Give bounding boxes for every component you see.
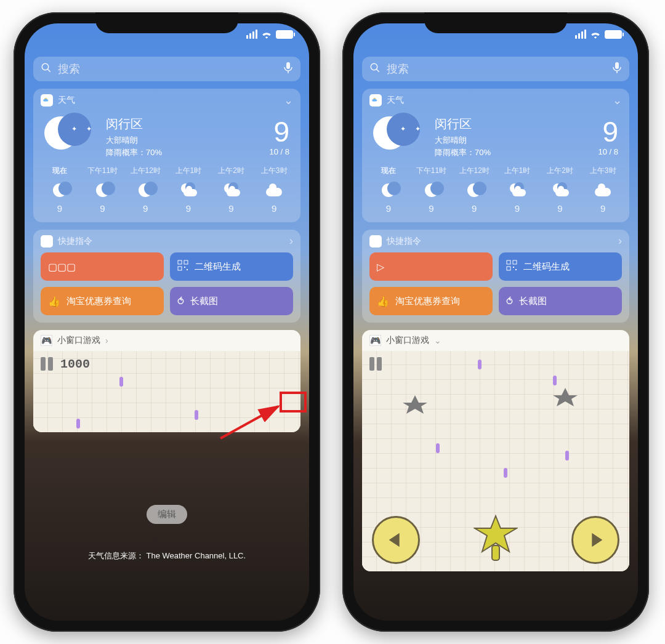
chevron-right-icon[interactable]: › (289, 235, 293, 248)
shortcut-icon: ▷ (377, 261, 384, 273)
phone-right: 搜索 天气 ⌄ ✦ ✦ (342, 12, 649, 632)
svg-line-10 (220, 406, 278, 438)
hour-label: 现在 (367, 166, 410, 176)
weather-current-icon: ✦ ✦ (44, 116, 87, 158)
weather-app-icon (369, 94, 382, 107)
shortcut-icon: 👍 (377, 296, 389, 307)
phone-left: 搜索 天气 ⌄ ✦ ✦ (14, 12, 320, 632)
weather-range: 10 / 8 (269, 147, 289, 156)
screen-right: 搜索 天气 ⌄ ✦ ✦ (353, 23, 638, 621)
shortcuts-grid: ▢▢▢ 二维码生成 👍 淘宝优惠券查询 ⥀ 长截图 (33, 252, 300, 323)
weather-summary: ✦ ✦ 闵行区 大部晴朗 降雨概率：70% 9 10 / 8 (33, 112, 300, 163)
game-header: 🎮 小窗口游戏 ⌄ (362, 330, 629, 351)
hour-column: 上午3时 9 (581, 166, 624, 214)
search-bar[interactable]: 搜索 (33, 57, 300, 81)
game-right-button[interactable] (571, 516, 619, 564)
edit-button[interactable]: 编辑 (147, 505, 187, 524)
game-widget-expanded[interactable]: 🎮 小窗口游戏 ⌄ (362, 330, 629, 571)
game-header: 🎮 小窗口游戏 › (33, 330, 300, 351)
svg-point-11 (371, 63, 377, 70)
hour-temp: 9 (367, 203, 410, 214)
annotation-arrow (217, 401, 284, 445)
svg-rect-16 (507, 260, 510, 264)
hour-column: 下午11时 9 (81, 166, 124, 214)
hour-label: 上午12时 (453, 166, 496, 176)
weather-hourly[interactable]: 现在 9 下午11时 9 上午12时 9 上午1时 9 上午2时 9 上午3时 … (362, 163, 629, 222)
hour-label: 下午11时 (81, 166, 124, 176)
shortcut-button[interactable]: 二维码生成 (499, 252, 622, 281)
hour-column: 上午1时 9 (167, 166, 210, 214)
shortcut-label: 二维码生成 (523, 261, 570, 273)
svg-rect-5 (178, 260, 182, 264)
svg-rect-6 (184, 260, 188, 264)
shortcut-icon: ⥀ (177, 296, 184, 307)
weather-title: 天气 (387, 95, 404, 106)
shortcut-icon: ▢▢▢ (48, 261, 76, 273)
weather-temp: 9 (269, 118, 289, 146)
hour-temp: 9 (496, 203, 539, 214)
shortcut-button[interactable]: ▷ (369, 252, 493, 281)
chevron-right-icon[interactable]: › (618, 235, 622, 248)
pause-icon[interactable] (369, 357, 382, 371)
hour-label: 上午12时 (124, 166, 167, 176)
hour-label: 现在 (38, 166, 81, 176)
weather-hourly[interactable]: 现在 9 下午11时 9 上午12时 9 上午1时 9 上午2时 9 上午3时 … (33, 163, 300, 222)
shortcut-button[interactable]: ⥀ 长截图 (499, 287, 622, 315)
game-canvas[interactable] (362, 351, 629, 571)
hour-weather-icon (453, 182, 496, 198)
player-plane[interactable] (474, 515, 518, 563)
weather-title: 天气 (58, 95, 75, 106)
weather-widget[interactable]: 天气 ⌄ ✦ ✦ 闵行区 大部晴朗 降雨概率：70% 9 (362, 89, 629, 222)
game-title: 小窗口游戏 (57, 335, 100, 346)
game-left-button[interactable] (372, 516, 420, 564)
shortcut-label: 淘宝优惠券查询 (395, 296, 460, 307)
shortcut-icon (177, 260, 188, 273)
hour-weather-icon (539, 182, 582, 198)
hour-label: 上午2时 (210, 166, 253, 176)
search-icon (41, 62, 52, 76)
shortcut-icon: ⥀ (506, 296, 513, 307)
weather-temp: 9 (598, 118, 618, 146)
chevron-down-icon[interactable]: ⌄ (613, 94, 622, 107)
shortcuts-header: 快捷指令 › (362, 230, 629, 252)
hour-column: 上午12时 9 (124, 166, 167, 214)
shortcut-icon (506, 260, 517, 273)
svg-rect-19 (513, 267, 514, 268)
shortcut-button[interactable]: 👍 淘宝优惠券查询 (369, 287, 493, 315)
hour-temp: 9 (38, 203, 81, 214)
hour-column: 现在 9 (367, 166, 410, 214)
chevron-down-icon[interactable]: ⌄ (434, 336, 441, 345)
svg-line-12 (376, 69, 379, 72)
hour-temp: 9 (124, 203, 167, 214)
mic-icon[interactable] (283, 62, 293, 77)
search-icon (369, 62, 381, 76)
shortcuts-widget[interactable]: 快捷指令 › ▷ 二维码生成 👍 淘宝优惠券查询 ⥀ 长截图 (362, 230, 629, 323)
hour-column: 下午11时 9 (410, 166, 453, 214)
shortcut-button[interactable]: ⥀ 长截图 (170, 287, 293, 315)
shortcut-button[interactable]: ▢▢▢ (41, 252, 164, 281)
chevron-down-icon[interactable]: ⌄ (284, 94, 293, 107)
shortcut-button[interactable]: 二维码生成 (170, 252, 293, 281)
shortcuts-widget[interactable]: 快捷指令 › ▢▢▢ 二维码生成 👍 淘宝优惠券查询 ⥀ 长截图 (33, 230, 300, 323)
hour-weather-icon (210, 182, 253, 198)
hour-temp: 9 (410, 203, 453, 214)
shortcut-label: 长截图 (190, 296, 218, 307)
weather-rain: 降雨概率：70% (435, 147, 491, 158)
hour-temp: 9 (167, 203, 210, 214)
search-placeholder: 搜索 (58, 62, 277, 76)
mic-icon[interactable] (612, 62, 622, 77)
svg-rect-9 (187, 269, 188, 270)
pause-icon[interactable] (41, 357, 53, 371)
hour-label: 上午3时 (252, 166, 296, 176)
hour-weather-icon (252, 182, 296, 198)
shortcuts-grid: ▷ 二维码生成 👍 淘宝优惠券查询 ⥀ 长截图 (362, 252, 629, 323)
shortcut-label: 二维码生成 (195, 261, 241, 273)
svg-rect-13 (615, 62, 619, 69)
chevron-right-icon[interactable]: › (105, 336, 108, 345)
shortcut-button[interactable]: 👍 淘宝优惠券查询 (41, 287, 164, 315)
hour-weather-icon (496, 182, 539, 198)
search-bar[interactable]: 搜索 (362, 57, 629, 81)
weather-widget[interactable]: 天气 ⌄ ✦ ✦ 闵行区 大部晴朗 降雨概率：70% 9 (33, 89, 300, 222)
hour-temp: 9 (581, 203, 624, 214)
signal-icon (246, 30, 257, 39)
